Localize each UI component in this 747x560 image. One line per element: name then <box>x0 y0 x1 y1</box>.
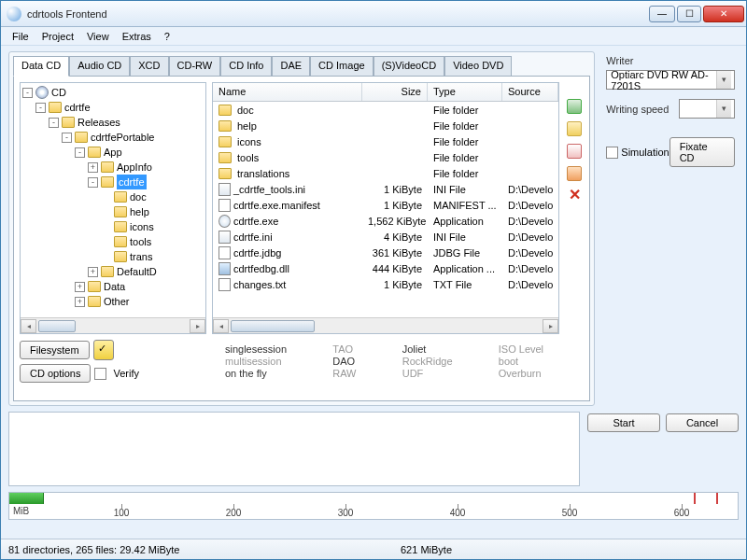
collapse-icon[interactable]: - <box>88 177 98 188</box>
cancel-button[interactable]: Cancel <box>666 413 739 432</box>
col-size[interactable]: Size <box>362 83 428 101</box>
list-item[interactable]: iconsFile folder <box>213 133 558 149</box>
rename-icon[interactable] <box>567 144 582 159</box>
list-item[interactable]: translationsFile folder <box>213 165 558 181</box>
tree-item[interactable]: icons <box>22 219 204 234</box>
list-header[interactable]: Name Size Type Source <box>213 83 558 102</box>
tree-item[interactable]: tools <box>22 234 204 249</box>
collapse-icon[interactable]: - <box>49 118 59 128</box>
tab-cd-image[interactable]: CD Image <box>310 56 374 77</box>
ruler-tick: 400 <box>450 508 466 518</box>
simulation-checkbox[interactable] <box>606 147 618 159</box>
col-type[interactable]: Type <box>428 83 502 101</box>
tab-cd-info[interactable]: CD Info <box>220 56 272 77</box>
expand-icon[interactable]: + <box>75 297 85 307</box>
tree-item[interactable]: -Releases <box>22 115 204 130</box>
tree-item[interactable]: -App <box>22 145 204 160</box>
folder-icon <box>88 147 101 158</box>
tab-strip: Data CDAudio CDXCDCD-RWCD InfoDAECD Imag… <box>13 56 590 77</box>
list-item[interactable]: changes.txt1 KiByteTXT FileD:\Develo <box>213 276 558 292</box>
remove-icon[interactable] <box>567 166 582 181</box>
scan-button[interactable]: ✓ <box>93 340 114 360</box>
add-folder-icon[interactable] <box>567 121 582 136</box>
tab-data-cd[interactable]: Data CD <box>13 56 69 77</box>
tab-xcd[interactable]: XCD <box>130 56 168 77</box>
list-item[interactable]: cdrtfe.jdbg361 KiByteJDBG FileD:\Develo <box>213 245 558 260</box>
tree-item[interactable]: -cdrtfe <box>22 175 204 189</box>
scroll-thumb[interactable] <box>231 320 315 332</box>
tab-dae[interactable]: DAE <box>272 56 310 77</box>
folder-icon <box>62 117 75 128</box>
list-hscroll[interactable]: ◂ ▸ <box>213 317 558 333</box>
expand-icon[interactable]: + <box>88 162 98 173</box>
close-button[interactable]: ✕ <box>703 6 744 22</box>
list-item[interactable]: cdrtfe.ini4 KiByteINI FileD:\Develo <box>213 229 558 245</box>
fixate-button[interactable]: Fixate CD <box>669 137 735 167</box>
scroll-thumb[interactable] <box>38 320 76 332</box>
menu-help[interactable]: ? <box>159 29 176 44</box>
tree-item[interactable]: doc <box>22 189 204 204</box>
tree-item[interactable]: +AppInfo <box>22 160 204 175</box>
start-button[interactable]: Start <box>587 413 660 432</box>
tree-item[interactable]: -CD <box>22 85 204 100</box>
collapse-icon[interactable]: - <box>22 88 33 98</box>
tree-item[interactable]: +Other <box>22 294 204 309</box>
tree-item[interactable]: -cdrtfe <box>22 100 204 115</box>
verify-checkbox[interactable] <box>94 368 106 380</box>
opt-singlesession: singlesession <box>225 343 316 355</box>
file-icon <box>218 278 231 291</box>
expand-icon[interactable]: + <box>75 282 85 292</box>
expand-icon[interactable]: + <box>88 267 98 277</box>
list-item[interactable]: docFile folder <box>213 102 558 118</box>
collapse-icon[interactable]: - <box>35 103 46 113</box>
menu-project[interactable]: Project <box>36 29 79 44</box>
list-item[interactable]: _cdrtfe_tools.ini1 KiByteINI FileD:\Deve… <box>213 181 558 197</box>
speed-combo[interactable] <box>679 99 735 119</box>
scroll-right-icon[interactable]: ▸ <box>543 319 558 333</box>
minimize-button[interactable]: — <box>649 6 675 22</box>
log-output[interactable] <box>8 412 580 486</box>
menu-file[interactable]: File <box>7 29 35 44</box>
menu-view[interactable]: View <box>81 29 115 44</box>
collapse-icon[interactable]: - <box>62 133 72 143</box>
tab-audio-cd[interactable]: Audio CD <box>69 56 130 77</box>
maximize-button[interactable]: ☐ <box>677 6 701 22</box>
menu-extras[interactable]: Extras <box>117 29 157 44</box>
tree-item[interactable]: +DefaultD <box>22 264 204 279</box>
tab-video-dvd[interactable]: Video DVD <box>444 56 512 77</box>
cd-options-button[interactable]: CD options <box>20 364 91 383</box>
list-item[interactable]: cdrtfe.exe1,562 KiByteApplicationD:\Deve… <box>213 213 558 229</box>
tree-item[interactable]: trans <box>22 249 204 264</box>
folder-icon <box>218 105 232 116</box>
list-item[interactable]: helpFile folder <box>213 118 558 133</box>
tab-cd-rw[interactable]: CD-RW <box>169 56 221 77</box>
status-right: 621 MiByte <box>401 544 452 555</box>
tree-label: cdrtfe <box>64 100 91 115</box>
col-name[interactable]: Name <box>213 83 362 101</box>
tree-item[interactable]: +Data <box>22 279 204 294</box>
collapse-icon[interactable]: - <box>75 147 85 158</box>
scroll-right-icon[interactable]: ▸ <box>190 319 205 333</box>
list-item[interactable]: cdrtfedbg.dll444 KiByteApplication ...D:… <box>213 260 558 276</box>
titlebar[interactable]: cdrtools Frontend — ☐ ✕ <box>1 1 746 27</box>
tree-item[interactable]: help <box>22 204 204 219</box>
writer-combo[interactable]: Optiarc DVD RW AD-7201S <box>606 70 735 90</box>
tree-label: AppInfo <box>117 160 152 175</box>
tab--s-videocd[interactable]: (S)VideoCD <box>374 56 445 77</box>
file-icon <box>218 199 231 212</box>
tree-hscroll[interactable]: ◂ ▸ <box>21 317 205 333</box>
speed-label: Writing speed <box>606 104 669 115</box>
tree-item[interactable]: -cdrtfePortable <box>22 130 204 145</box>
folder-icon <box>218 152 232 163</box>
list-pane[interactable]: Name Size Type Source docFile folderhelp… <box>212 82 559 334</box>
list-item[interactable]: toolsFile folder <box>213 149 558 165</box>
scroll-left-icon[interactable]: ◂ <box>21 319 36 333</box>
col-source[interactable]: Source <box>502 83 558 101</box>
opt-rockridge: RockRidge <box>402 356 482 367</box>
add-file-icon[interactable] <box>567 99 582 114</box>
scroll-left-icon[interactable]: ◂ <box>213 319 229 333</box>
filesystem-button[interactable]: Filesystem <box>20 341 90 359</box>
delete-icon[interactable]: ✕ <box>567 189 582 203</box>
tree-pane[interactable]: -CD-cdrtfe-Releases-cdrtfePortable-App+A… <box>20 82 206 334</box>
list-item[interactable]: cdrtfe.exe.manifest1 KiByteMANIFEST ...D… <box>213 197 558 213</box>
